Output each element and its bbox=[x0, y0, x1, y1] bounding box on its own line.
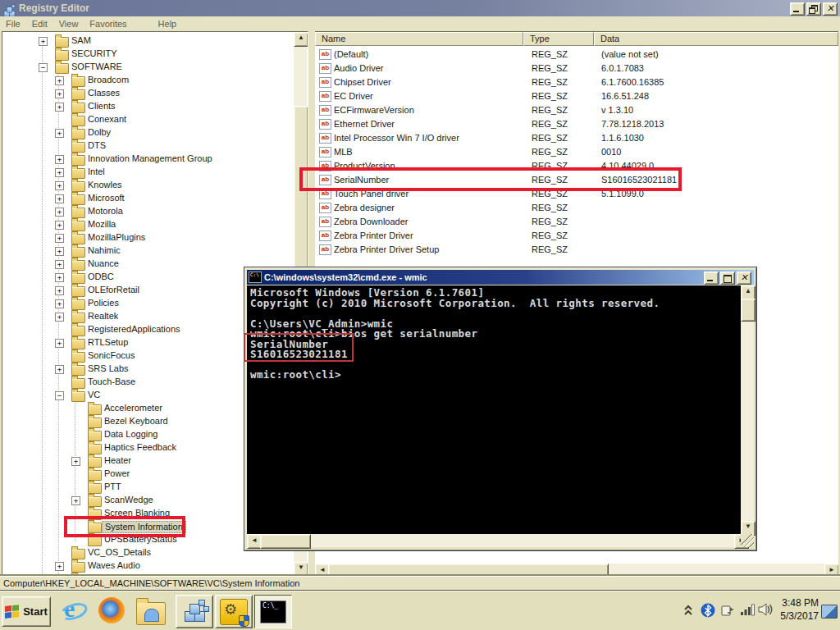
tree-item-label[interactable]: RegisteredApplications bbox=[85, 324, 183, 335]
tree-item-label[interactable]: DTS bbox=[85, 140, 108, 151]
registry-value-row-ethernet-driver[interactable]: abEthernet DriverREG_SZ7.78.1218.2013 bbox=[315, 117, 824, 131]
restore-button[interactable] bbox=[806, 2, 821, 16]
close-button[interactable]: ✕ bbox=[823, 2, 838, 16]
tree-item-label[interactable]: ScanWedge bbox=[102, 495, 156, 505]
menu-item-view[interactable]: View bbox=[53, 17, 84, 30]
registry-value-row--default-[interactable]: ab(Default)REG_SZ(value not set) bbox=[315, 48, 824, 62]
show-hidden-icons-chevron[interactable] bbox=[684, 605, 692, 618]
tree-item-microsoft[interactable]: +Microsoft bbox=[2, 192, 294, 205]
tree-item-label[interactable]: SECURITY bbox=[69, 48, 120, 59]
registry-value-row-intel-processor-win-7-i-o-driver[interactable]: abIntel Processor Win 7 I/O driverREG_SZ… bbox=[315, 131, 824, 145]
tree-item-label[interactable]: ODBC bbox=[85, 272, 116, 282]
taskbar-button-cmd[interactable] bbox=[254, 595, 292, 628]
tree-item-broadcom[interactable]: +Broadcom bbox=[2, 74, 294, 87]
tree-item-label[interactable]: SRS Labs bbox=[85, 363, 131, 374]
tree-item-label[interactable]: VC bbox=[85, 390, 103, 400]
expand-toggle[interactable]: + bbox=[55, 299, 64, 308]
tree-item-label[interactable]: SOFTWARE bbox=[69, 62, 125, 72]
expand-toggle[interactable]: + bbox=[55, 286, 64, 295]
bluetooth-icon[interactable] bbox=[701, 603, 715, 619]
menu-item-file[interactable]: File bbox=[0, 17, 26, 30]
registry-value-row-ecfirmwareversion[interactable]: abECFirmwareVersionREG_SZv 1.3.10 bbox=[315, 103, 824, 117]
expand-toggle[interactable]: + bbox=[39, 37, 48, 46]
taskbar-button-device-settings[interactable]: ⚙ bbox=[215, 595, 253, 628]
tree-item-knowles[interactable]: +Knowles bbox=[2, 179, 294, 192]
firefox-icon[interactable] bbox=[98, 597, 126, 625]
tree-item-clients[interactable]: +Clients bbox=[2, 100, 294, 113]
tree-item-label[interactable]: Mozilla bbox=[85, 219, 118, 230]
tree-item-label[interactable]: Nahimic bbox=[85, 245, 123, 256]
tree-item-mozilla[interactable]: +Mozilla bbox=[2, 218, 294, 231]
menu-item-favorites[interactable]: Favorites bbox=[84, 17, 132, 30]
internet-explorer-icon[interactable]: e bbox=[59, 597, 87, 625]
tree-item-label[interactable]: Power bbox=[102, 468, 132, 479]
tree-item-label[interactable]: Classes bbox=[85, 88, 122, 98]
scroll-thumb[interactable] bbox=[260, 534, 311, 549]
minimize-button[interactable] bbox=[790, 2, 805, 16]
tree-item-label[interactable]: Motorola bbox=[85, 206, 126, 217]
tree-item-classes[interactable]: +Classes bbox=[2, 87, 294, 100]
expand-toggle[interactable]: + bbox=[71, 457, 80, 466]
scroll-thumb[interactable] bbox=[328, 564, 609, 577]
tree-item-label[interactable]: Knowles bbox=[85, 180, 125, 190]
scroll-down-button[interactable]: ▼ bbox=[294, 562, 308, 577]
expand-toggle[interactable]: + bbox=[55, 155, 64, 164]
registry-value-row-zebra-printer-driver[interactable]: abZebra Printer DriverREG_SZ bbox=[315, 229, 824, 243]
tree-item-software[interactable]: −SOFTWARE bbox=[2, 61, 294, 74]
tree-item-label[interactable]: OLEforRetail bbox=[85, 285, 142, 295]
scroll-thumb[interactable] bbox=[741, 299, 756, 322]
volume-icon[interactable] bbox=[758, 603, 774, 618]
tree-item-conexant[interactable]: Conexant bbox=[2, 113, 294, 126]
cmd-minimize-button[interactable] bbox=[704, 272, 719, 285]
file-explorer-icon[interactable] bbox=[136, 597, 164, 625]
expand-toggle[interactable]: + bbox=[55, 365, 64, 374]
cmd-maximize-button[interactable] bbox=[720, 272, 735, 285]
start-button[interactable]: Start bbox=[2, 596, 51, 627]
tree-item-label[interactable]: Data Logging bbox=[102, 429, 160, 440]
tree-item-security[interactable]: SECURITY bbox=[2, 48, 294, 61]
expand-toggle[interactable]: + bbox=[55, 260, 64, 269]
scroll-up-button[interactable]: ▲ bbox=[294, 32, 308, 47]
tree-item-motorola[interactable]: +Motorola bbox=[2, 205, 294, 218]
registry-value-row-chipset-driver[interactable]: abChipset DriverREG_SZ6.1.7600.16385 bbox=[315, 75, 824, 89]
show-desktop-button[interactable] bbox=[821, 605, 838, 619]
collapse-toggle[interactable]: − bbox=[39, 63, 48, 72]
tree-item-nahimic[interactable]: +Nahimic bbox=[2, 244, 294, 258]
expand-toggle[interactable]: + bbox=[55, 313, 64, 322]
column-header-name[interactable]: Name bbox=[315, 32, 523, 46]
tree-item-label[interactable]: MozillaPlugins bbox=[85, 232, 148, 243]
expand-toggle[interactable]: + bbox=[55, 208, 64, 217]
expand-toggle[interactable]: + bbox=[55, 234, 64, 243]
tree-item-mozillaplugins[interactable]: +MozillaPlugins bbox=[2, 231, 294, 244]
cmd-close-button[interactable]: ✕ bbox=[737, 272, 751, 285]
tree-item-label[interactable]: SAM bbox=[69, 35, 94, 46]
scroll-right-button[interactable]: ► bbox=[824, 564, 838, 577]
tree-item-intel[interactable]: +Intel bbox=[2, 166, 294, 179]
tree-item-label[interactable]: Innovation Management Group bbox=[85, 153, 215, 164]
tree-item-label[interactable]: Haptics Feedback bbox=[102, 442, 179, 453]
tree-item-label[interactable]: Heater bbox=[102, 455, 134, 466]
cmd-horizontal-scrollbar[interactable]: ◄ ► bbox=[247, 534, 747, 547]
menu-item-edit[interactable]: Edit bbox=[26, 17, 53, 30]
menu-item-help[interactable]: Help bbox=[153, 17, 183, 30]
tree-item-label[interactable]: Clients bbox=[85, 101, 118, 112]
expand-toggle[interactable]: + bbox=[71, 496, 80, 505]
expand-toggle[interactable]: + bbox=[55, 103, 64, 112]
resize-grip[interactable] bbox=[741, 534, 754, 547]
expand-toggle[interactable]: + bbox=[55, 168, 64, 177]
tree-item-label[interactable]: Bezel Keyboard bbox=[102, 416, 171, 427]
tree-item-dts[interactable]: DTS bbox=[2, 139, 294, 153]
expand-toggle[interactable]: + bbox=[55, 129, 64, 138]
tree-item-label[interactable]: RTLSetup bbox=[85, 337, 130, 348]
tree-item-label[interactable]: Accelerometer bbox=[102, 403, 165, 413]
tree-item-innovation-management-group[interactable]: +Innovation Management Group bbox=[2, 153, 294, 166]
power-plug-icon[interactable] bbox=[720, 603, 735, 619]
tree-item-label[interactable]: SonicFocus bbox=[85, 350, 137, 361]
cmd-vertical-scrollbar[interactable]: ▲ ▼ bbox=[741, 285, 754, 534]
registry-value-row-zebra-printer-driver-setup[interactable]: abZebra Printer Driver SetupREG_SZ bbox=[315, 243, 824, 257]
tree-item-label[interactable]: Touch-Base bbox=[85, 377, 138, 387]
expand-toggle[interactable]: + bbox=[55, 76, 64, 85]
tree-item-label[interactable]: Waves Audio bbox=[85, 560, 143, 571]
tree-item-label[interactable]: VC_OS_Details bbox=[85, 547, 153, 558]
taskbar-clock[interactable]: 3:48 PM 5/3/2017 bbox=[780, 596, 819, 623]
